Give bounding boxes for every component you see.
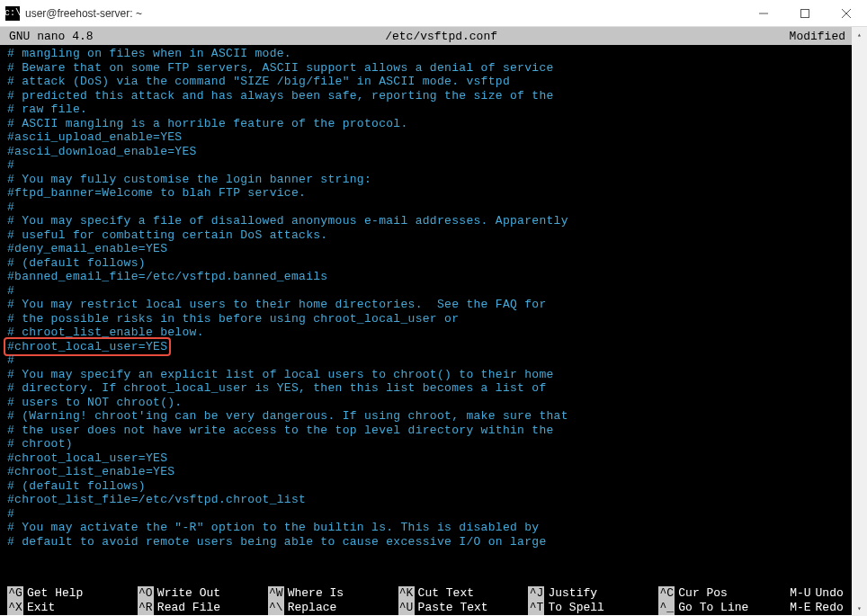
shortcut-key: M-E <box>789 601 811 615</box>
shortcut-label: Paste Text <box>418 601 488 615</box>
editor-line: # raw file. <box>7 103 860 117</box>
shortcut-key: ^G <box>7 586 23 601</box>
editor-line: # <box>7 201 860 215</box>
editor-line: # attack (DoS) via the command "SIZE /bi… <box>7 75 860 89</box>
shortcut-item: ^CCur Pos <box>658 586 789 601</box>
window-title: user@freehost-server: ~ <box>25 7 142 20</box>
shortcut-key: ^K <box>398 586 415 601</box>
shortcut-item: ^OWrite Out <box>138 586 268 601</box>
scrollbar-track[interactable] <box>852 42 867 601</box>
minimize-icon <box>759 9 768 18</box>
shortcut-item: ^RRead File <box>138 601 268 615</box>
maximize-button[interactable] <box>784 0 826 27</box>
editor-line: # <box>7 284 860 299</box>
shortcut-item: M-ERedo <box>789 601 860 615</box>
editor-line: # You may fully customise the login bann… <box>7 173 860 187</box>
scrollbar-up-button[interactable]: ▴ <box>852 27 867 42</box>
highlighted-line: #chroot_local_user=YES <box>4 337 171 357</box>
nano-modified-status: Modified <box>790 30 845 43</box>
window-controls <box>743 0 867 27</box>
shortcut-item: ^XExit <box>7 601 138 615</box>
editor-line: # (default follows) <box>7 256 860 271</box>
editor-line: # the possible risks in this before usin… <box>7 312 860 326</box>
editor-line: # Beware that on some FTP servers, ASCII… <box>7 61 860 76</box>
nano-header: GNU nano 4.8 /etc/vsftpd.conf Modified <box>0 27 867 45</box>
nano-version: GNU nano 4.8 <box>9 30 94 43</box>
editor-line: # You may specify a file of disallowed a… <box>7 214 860 228</box>
scrollbar[interactable]: ▴ ▾ <box>852 27 867 616</box>
shortcut-key: ^X <box>7 601 23 615</box>
editor-line: # mangling on files when in ASCII mode. <box>7 47 860 61</box>
editor-line: # You may activate the "-R" option to th… <box>7 521 860 535</box>
nano-filename: /etc/vsftpd.conf <box>94 30 790 43</box>
editor-line: # the user does not have write access to… <box>7 424 860 438</box>
editor-line: #ascii_upload_enable=YES <box>7 130 860 145</box>
close-button[interactable] <box>826 0 867 27</box>
shortcut-label: Write Out <box>157 586 220 601</box>
shortcut-label: Get Help <box>27 586 83 601</box>
editor-line: #ascii_download_enable=YES <box>7 145 860 159</box>
shortcut-label: To Spell <box>548 601 603 615</box>
shortcut-key: ^U <box>398 601 415 615</box>
minimize-button[interactable] <box>743 0 784 27</box>
shortcut-item: ^GGet Help <box>7 586 138 601</box>
titlebar-left: c:\ user@freehost-server: ~ <box>5 6 142 21</box>
shortcut-label: Read File <box>157 601 220 615</box>
shortcut-key: ^J <box>528 586 544 601</box>
scrollbar-down-button[interactable]: ▾ <box>852 601 867 616</box>
editor-line: # (default follows) <box>7 479 860 494</box>
shortcut-key: ^W <box>268 586 284 601</box>
shortcut-item: ^JJustify <box>528 586 658 601</box>
shortcut-key: ^\ <box>268 601 284 615</box>
shortcut-key: ^T <box>528 601 544 615</box>
shortcut-label: Redo <box>816 601 844 615</box>
shortcut-row-2: ^XExit^RRead File^\Replace^UPaste Text^T… <box>7 601 860 615</box>
editor-line: # (Warning! chroot'ing can be very dange… <box>7 409 860 424</box>
shortcut-label: Cur Pos <box>678 586 728 601</box>
editor-line: # users to NOT chroot(). <box>7 396 860 410</box>
editor-line: # chroot) <box>7 437 860 451</box>
window-titlebar: c:\ user@freehost-server: ~ <box>0 0 867 27</box>
shortcut-label: Replace <box>288 601 337 615</box>
shortcut-bar: ^GGet Help^OWrite Out^WWhere Is^KCut Tex… <box>0 581 867 615</box>
editor-line: # You may specify an explicit list of lo… <box>7 368 860 382</box>
shortcut-item: ^_Go To Line <box>658 601 789 615</box>
shortcut-row-1: ^GGet Help^OWrite Out^WWhere Is^KCut Tex… <box>7 586 860 601</box>
shortcut-key: M-U <box>789 586 811 601</box>
editor-line: #deny_email_enable=YES <box>7 242 860 256</box>
shortcut-item: ^TTo Spell <box>528 601 658 615</box>
editor-line: # <box>7 158 860 173</box>
editor-line: #chroot_local_user=YES <box>7 451 860 466</box>
shortcut-label: Undo <box>816 586 844 601</box>
shortcut-item: ^UPaste Text <box>398 601 529 615</box>
shortcut-label: Justify <box>548 586 597 601</box>
shortcut-key: ^C <box>658 586 675 601</box>
shortcut-key: ^_ <box>658 601 675 615</box>
editor-line: #chroot_list_enable=YES <box>7 465 860 479</box>
editor-line: # ASCII mangling is a horrible feature o… <box>7 117 860 131</box>
editor-line: # default to avoid remote users being ab… <box>7 535 860 549</box>
editor-content[interactable]: # mangling on files when in ASCII mode.#… <box>0 45 867 581</box>
editor-line: #ftpd_banner=Welcome to blah FTP service… <box>7 186 860 201</box>
shortcut-item: ^WWhere Is <box>268 586 398 601</box>
shortcut-key: ^R <box>138 601 154 615</box>
editor-line: # predicted this attack and has always b… <box>7 89 860 103</box>
editor-line: # You may restrict local users to their … <box>7 298 860 312</box>
shortcut-label: Where Is <box>288 586 344 601</box>
shortcut-item: ^\Replace <box>268 601 398 615</box>
svg-rect-1 <box>801 9 809 17</box>
shortcut-label: Go To Line <box>678 601 748 615</box>
shortcut-item: M-UUndo <box>789 586 860 601</box>
shortcut-label: Exit <box>27 601 55 615</box>
shortcut-key: ^O <box>138 586 154 601</box>
editor-line: # useful for combatting certain DoS atta… <box>7 228 860 243</box>
shortcut-label: Cut Text <box>418 586 474 601</box>
editor-line: #banned_email_file=/etc/vsftpd.banned_em… <box>7 270 860 284</box>
editor-line: # <box>7 507 860 522</box>
terminal-icon: c:\ <box>5 6 20 21</box>
shortcut-item: ^KCut Text <box>398 586 529 601</box>
maximize-icon <box>800 9 809 18</box>
editor-line: #chroot_list_file=/etc/vsftpd.chroot_lis… <box>7 493 860 507</box>
close-icon <box>842 9 851 18</box>
editor-line: # directory. If chroot_local_user is YES… <box>7 381 860 396</box>
